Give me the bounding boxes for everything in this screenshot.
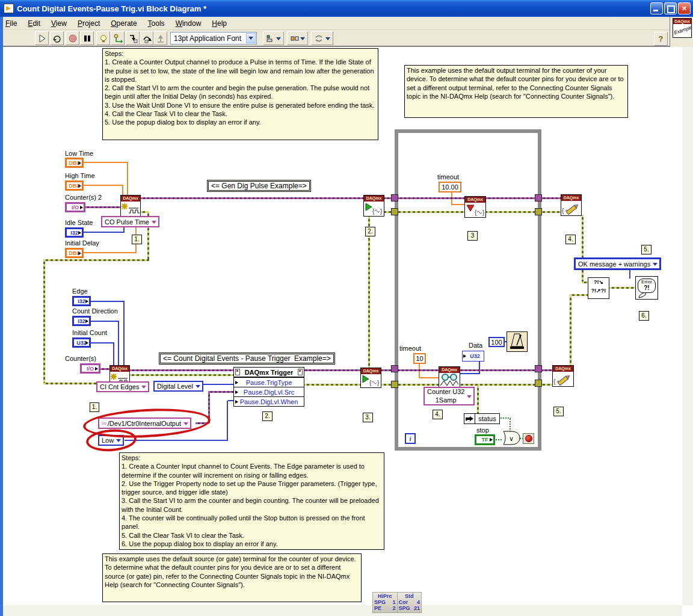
loop-condition-terminal[interactable]	[523, 433, 534, 444]
retain-wire-values-icon[interactable]	[111, 31, 125, 45]
wire	[82, 162, 128, 163]
vertical-scrollbar[interactable]	[682, 47, 693, 605]
error-dialog-dropdown[interactable]: OK message + warnings	[574, 257, 661, 270]
run-continuous-button[interactable]	[50, 31, 64, 45]
restore-button[interactable]	[664, 2, 677, 14]
minimize-button[interactable]	[650, 2, 663, 14]
or-glyph: ∨	[509, 435, 514, 442]
sequence-label: 3	[467, 231, 478, 241]
vi-icon[interactable]: DAQmx Example	[673, 18, 692, 38]
step-out-button[interactable]	[153, 31, 167, 45]
count-direction-terminal[interactable]: I32	[72, 316, 91, 326]
daqmx-start-task-node-top[interactable]: DAQmx {}	[363, 195, 384, 217]
merge-errors-node[interactable]: ?!↘ ?!↗?!	[588, 277, 609, 299]
co-pulse-time-dropdown[interactable]: CO Pulse Time	[101, 216, 159, 227]
simple-error-handler-node[interactable]: Error ?!	[635, 276, 658, 300]
read-mode-dropdown[interactable]: Counter U321Samp	[424, 387, 475, 405]
low-time-terminal[interactable]: DBL	[65, 158, 84, 168]
data-indicator-terminal[interactable]: U32	[462, 351, 484, 362]
start-task-icon: {}	[361, 374, 381, 387]
iteration-terminal[interactable]: i	[405, 433, 416, 444]
wire	[227, 401, 228, 441]
menu-tools[interactable]: Tools	[143, 18, 170, 29]
distribute-objects-button[interactable]	[287, 31, 308, 45]
help-button[interactable]: ?	[654, 32, 668, 46]
svg-text:{: {	[475, 209, 477, 216]
initial-delay-terminal[interactable]: DBL	[65, 248, 84, 258]
edge-terminal[interactable]: I32	[72, 296, 91, 306]
wire	[90, 321, 119, 322]
loop-tunnel[interactable]	[535, 208, 542, 215]
font-selector-value: 13pt Application Font	[174, 34, 241, 43]
align-objects-button[interactable]	[263, 31, 284, 45]
menu-help[interactable]: Help	[206, 18, 232, 29]
wait-ms-constant[interactable]: 100	[488, 337, 505, 347]
loop-tunnel[interactable]	[391, 365, 398, 372]
menu-bar: File Edit View Project Operate Tools Win…	[0, 17, 670, 30]
status-element[interactable]: status	[475, 413, 500, 424]
wire	[368, 217, 370, 368]
comment-pulse-steps: Steps: 1. Create a Counter Output channe…	[102, 48, 378, 140]
daqmx-read-node[interactable]: DAQmx	[439, 366, 460, 388]
close-button[interactable]: ×	[678, 2, 691, 14]
daqmx-create-channel-co-node[interactable]: DAQmx	[120, 195, 141, 217]
menu-edit[interactable]: Edit	[22, 18, 46, 29]
menu-window[interactable]: Window	[170, 18, 207, 29]
sequence-label: 2.	[262, 411, 273, 421]
comment-output-terminal: This example uses the default output ter…	[404, 65, 628, 118]
timeout-bottom-constant[interactable]: 10	[413, 353, 426, 364]
daqmx-clear-task-node-top[interactable]: DAQmx {	[561, 194, 582, 216]
loop-tunnel[interactable]	[391, 194, 398, 202]
wire	[570, 295, 571, 366]
high-time-terminal[interactable]: DBL	[65, 180, 84, 191]
reorder-objects-button[interactable]	[311, 31, 333, 45]
loop-tunnel[interactable]	[535, 380, 542, 387]
font-selector-arrow-icon[interactable]	[246, 33, 256, 43]
counters-terminal[interactable]: I/O	[80, 363, 100, 374]
menu-file[interactable]: File	[0, 18, 22, 29]
property-row-diglvl-src[interactable]: Pause.DigLvl.Src	[234, 387, 304, 396]
highlight-execution-icon[interactable]	[96, 31, 110, 45]
sequence-label: 1.	[132, 235, 142, 244]
idle-state-terminal[interactable]: I32	[65, 227, 84, 238]
property-row-trigtype[interactable]: Pause.TrigType	[234, 377, 304, 387]
font-selector[interactable]: 13pt Application Font	[170, 32, 257, 45]
pause-button[interactable]	[80, 31, 94, 45]
menu-view[interactable]: View	[46, 18, 72, 29]
run-button[interactable]	[35, 31, 49, 45]
initial-count-label: Initial Count	[72, 329, 107, 336]
clear-task-icon: {	[553, 372, 573, 386]
svg-text:{: {	[372, 208, 375, 215]
step-over-button[interactable]	[140, 31, 153, 45]
loop-tunnel[interactable]	[535, 365, 542, 372]
menu-project[interactable]: Project	[72, 18, 105, 29]
unbundle-status-node[interactable]	[464, 413, 475, 424]
daqmx-trigger-property-node[interactable]: DAQmx Trigger Pause.TrigType Pause.DigLv…	[233, 367, 304, 407]
wait-next-ms-multiple-node[interactable]	[507, 331, 528, 352]
wire	[609, 287, 636, 289]
daqmx-wait-until-done-node[interactable]: DAQmx {}	[464, 196, 486, 218]
wire	[43, 259, 45, 384]
horizontal-scrollbar[interactable]	[3, 605, 682, 616]
loop-tunnel[interactable]	[391, 208, 398, 215]
app-icon	[4, 4, 14, 13]
or-gate-node[interactable]: ∨	[501, 430, 522, 446]
sequence-label: 3.	[363, 413, 373, 422]
daqmx-start-task-node-bottom[interactable]: DAQmx {}	[360, 368, 381, 388]
ci-cnt-edges-dropdown[interactable]: CI Cnt Edges	[96, 381, 149, 392]
loop-tunnel[interactable]	[391, 381, 398, 388]
daqmx-clear-task-node-bottom[interactable]: DAQmx {	[552, 365, 574, 387]
counters2-terminal[interactable]: I/O	[65, 202, 85, 212]
loop-tunnel[interactable]	[535, 194, 542, 202]
abort-button[interactable]	[66, 31, 79, 45]
initial-count-terminal[interactable]: U32	[72, 337, 91, 348]
sequence-label: 1.	[90, 402, 99, 412]
menu-operate[interactable]: Operate	[105, 18, 142, 29]
stop-terminal[interactable]: TF	[475, 434, 495, 445]
step-into-button[interactable]	[126, 31, 140, 45]
property-row-diglvl-when[interactable]: Pause.DigLvl.When	[234, 396, 304, 406]
svg-text:}: }	[380, 208, 383, 215]
timeout-top-constant[interactable]: 10.00	[439, 182, 461, 192]
digital-level-dropdown[interactable]: Digital Level	[153, 381, 203, 392]
wire	[85, 206, 120, 208]
